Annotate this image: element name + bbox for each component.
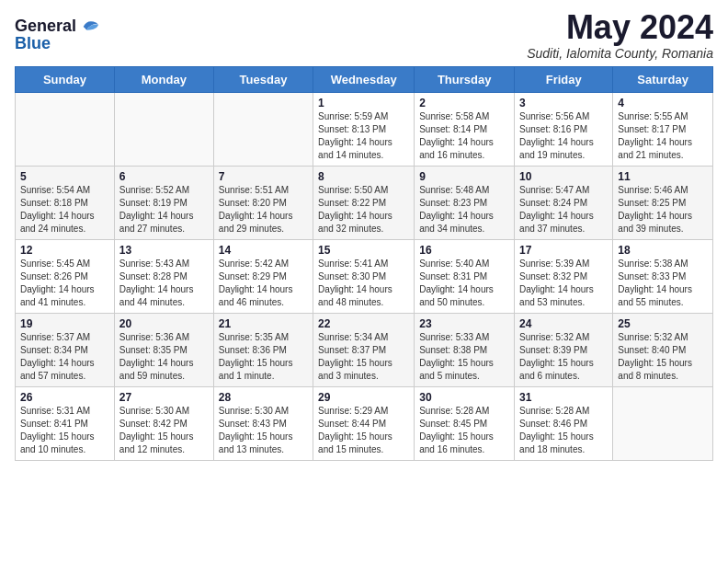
- day-info: Sunrise: 5:42 AMSunset: 8:29 PMDaylight:…: [219, 258, 308, 309]
- day-info: Sunrise: 5:46 AMSunset: 8:25 PMDaylight:…: [618, 184, 708, 236]
- calendar-week-row: 26Sunrise: 5:31 AMSunset: 8:41 PMDayligh…: [16, 386, 713, 460]
- calendar-cell: 31Sunrise: 5:28 AMSunset: 8:46 PMDayligh…: [515, 386, 613, 460]
- header-tuesday: Tuesday: [213, 66, 313, 92]
- day-number: 20: [119, 317, 209, 330]
- day-number: 6: [119, 170, 209, 183]
- day-info: Sunrise: 5:30 AMSunset: 8:43 PMDaylight:…: [219, 405, 308, 456]
- day-number: 9: [419, 170, 509, 183]
- calendar-table: Sunday Monday Tuesday Wednesday Thursday…: [15, 66, 713, 461]
- calendar-week-row: 19Sunrise: 5:37 AMSunset: 8:34 PMDayligh…: [16, 313, 713, 386]
- day-info: Sunrise: 5:28 AMSunset: 8:45 PMDaylight:…: [419, 405, 509, 456]
- day-info: Sunrise: 5:32 AMSunset: 8:39 PMDaylight:…: [519, 331, 608, 383]
- header-saturday: Saturday: [613, 66, 713, 92]
- day-number: 4: [618, 97, 708, 109]
- logo: General Blue: [15, 17, 100, 53]
- day-info: Sunrise: 5:50 AMSunset: 8:22 PMDaylight:…: [318, 184, 409, 236]
- day-info: Sunrise: 5:51 AMSunset: 8:20 PMDaylight:…: [219, 184, 308, 236]
- calendar-cell: 20Sunrise: 5:36 AMSunset: 8:35 PMDayligh…: [114, 313, 213, 386]
- calendar-cell: [213, 92, 313, 166]
- day-number: 25: [618, 317, 708, 330]
- calendar-cell: 8Sunrise: 5:50 AMSunset: 8:22 PMDaylight…: [313, 166, 415, 239]
- day-info: Sunrise: 5:54 AMSunset: 8:18 PMDaylight:…: [20, 184, 109, 236]
- day-info: Sunrise: 5:38 AMSunset: 8:33 PMDaylight:…: [618, 258, 708, 309]
- day-number: 2: [419, 97, 509, 109]
- calendar-week-row: 5Sunrise: 5:54 AMSunset: 8:18 PMDaylight…: [16, 166, 713, 239]
- title-block: May 2024 Suditi, Ialomita County, Romani…: [527, 9, 713, 61]
- page: General Blue May 2024 Suditi, Ialomita C…: [0, 0, 728, 563]
- logo-blue-text: Blue: [15, 35, 100, 53]
- day-number: 14: [219, 244, 308, 257]
- day-number: 7: [219, 170, 308, 183]
- day-number: 28: [219, 391, 308, 404]
- day-info: Sunrise: 5:33 AMSunset: 8:38 PMDaylight:…: [419, 331, 509, 383]
- day-info: Sunrise: 5:41 AMSunset: 8:30 PMDaylight:…: [318, 258, 409, 309]
- day-info: Sunrise: 5:29 AMSunset: 8:44 PMDaylight:…: [318, 405, 409, 456]
- calendar-cell: 3Sunrise: 5:56 AMSunset: 8:16 PMDaylight…: [515, 92, 613, 166]
- day-info: Sunrise: 5:52 AMSunset: 8:19 PMDaylight:…: [119, 184, 209, 236]
- day-number: 22: [318, 317, 409, 330]
- day-number: 3: [519, 97, 608, 109]
- calendar-cell: [16, 92, 115, 166]
- day-number: 13: [119, 244, 209, 257]
- calendar-cell: 26Sunrise: 5:31 AMSunset: 8:41 PMDayligh…: [16, 386, 115, 460]
- day-number: 18: [618, 244, 708, 257]
- calendar-week-row: 12Sunrise: 5:45 AMSunset: 8:26 PMDayligh…: [16, 239, 713, 313]
- day-number: 10: [519, 170, 608, 183]
- day-number: 15: [318, 244, 409, 257]
- day-number: 5: [20, 170, 109, 183]
- day-info: Sunrise: 5:47 AMSunset: 8:24 PMDaylight:…: [519, 184, 608, 236]
- day-number: 31: [519, 391, 608, 404]
- day-number: 21: [219, 317, 308, 330]
- day-info: Sunrise: 5:45 AMSunset: 8:26 PMDaylight:…: [20, 258, 109, 309]
- day-info: Sunrise: 5:40 AMSunset: 8:31 PMDaylight:…: [419, 258, 509, 309]
- calendar-cell: 19Sunrise: 5:37 AMSunset: 8:34 PMDayligh…: [16, 313, 115, 386]
- calendar-cell: 21Sunrise: 5:35 AMSunset: 8:36 PMDayligh…: [213, 313, 313, 386]
- day-number: 29: [318, 391, 409, 404]
- header: General Blue May 2024 Suditi, Ialomita C…: [15, 9, 713, 61]
- calendar-cell: 17Sunrise: 5:39 AMSunset: 8:32 PMDayligh…: [515, 239, 613, 313]
- day-info: Sunrise: 5:37 AMSunset: 8:34 PMDaylight:…: [20, 331, 109, 383]
- day-number: 23: [419, 317, 509, 330]
- day-info: Sunrise: 5:30 AMSunset: 8:42 PMDaylight:…: [119, 405, 209, 456]
- day-number: 11: [618, 170, 708, 183]
- calendar-cell: [613, 386, 713, 460]
- day-number: 12: [20, 244, 109, 257]
- day-number: 17: [519, 244, 608, 257]
- day-info: Sunrise: 5:34 AMSunset: 8:37 PMDaylight:…: [318, 331, 409, 383]
- calendar-cell: [114, 92, 213, 166]
- calendar-cell: 13Sunrise: 5:43 AMSunset: 8:28 PMDayligh…: [114, 239, 213, 313]
- day-info: Sunrise: 5:43 AMSunset: 8:28 PMDaylight:…: [119, 258, 209, 309]
- day-number: 1: [318, 97, 409, 109]
- calendar-cell: 22Sunrise: 5:34 AMSunset: 8:37 PMDayligh…: [313, 313, 415, 386]
- calendar-cell: 18Sunrise: 5:38 AMSunset: 8:33 PMDayligh…: [613, 239, 713, 313]
- calendar-cell: 29Sunrise: 5:29 AMSunset: 8:44 PMDayligh…: [313, 386, 415, 460]
- calendar-cell: 5Sunrise: 5:54 AMSunset: 8:18 PMDaylight…: [16, 166, 115, 239]
- calendar-cell: 28Sunrise: 5:30 AMSunset: 8:43 PMDayligh…: [213, 386, 313, 460]
- calendar-cell: 23Sunrise: 5:33 AMSunset: 8:38 PMDayligh…: [415, 313, 515, 386]
- calendar-cell: 2Sunrise: 5:58 AMSunset: 8:14 PMDaylight…: [415, 92, 515, 166]
- calendar-cell: 6Sunrise: 5:52 AMSunset: 8:19 PMDaylight…: [114, 166, 213, 239]
- calendar-cell: 11Sunrise: 5:46 AMSunset: 8:25 PMDayligh…: [613, 166, 713, 239]
- calendar-cell: 16Sunrise: 5:40 AMSunset: 8:31 PMDayligh…: [415, 239, 515, 313]
- header-sunday: Sunday: [16, 66, 115, 92]
- day-info: Sunrise: 5:28 AMSunset: 8:46 PMDaylight:…: [519, 405, 608, 456]
- calendar-cell: 14Sunrise: 5:42 AMSunset: 8:29 PMDayligh…: [213, 239, 313, 313]
- calendar-cell: 1Sunrise: 5:59 AMSunset: 8:13 PMDaylight…: [313, 92, 415, 166]
- logo-general-text: General: [15, 17, 76, 36]
- day-number: 27: [119, 391, 209, 404]
- calendar-cell: 4Sunrise: 5:55 AMSunset: 8:17 PMDaylight…: [613, 92, 713, 166]
- calendar-cell: 27Sunrise: 5:30 AMSunset: 8:42 PMDayligh…: [114, 386, 213, 460]
- day-info: Sunrise: 5:59 AMSunset: 8:13 PMDaylight:…: [318, 110, 409, 162]
- calendar-cell: 12Sunrise: 5:45 AMSunset: 8:26 PMDayligh…: [16, 239, 115, 313]
- day-info: Sunrise: 5:55 AMSunset: 8:17 PMDaylight:…: [618, 110, 708, 162]
- calendar-cell: 25Sunrise: 5:32 AMSunset: 8:40 PMDayligh…: [613, 313, 713, 386]
- day-info: Sunrise: 5:56 AMSunset: 8:16 PMDaylight:…: [519, 110, 608, 162]
- calendar-cell: 24Sunrise: 5:32 AMSunset: 8:39 PMDayligh…: [515, 313, 613, 386]
- header-monday: Monday: [114, 66, 213, 92]
- calendar-cell: 10Sunrise: 5:47 AMSunset: 8:24 PMDayligh…: [515, 166, 613, 239]
- calendar-cell: 15Sunrise: 5:41 AMSunset: 8:30 PMDayligh…: [313, 239, 415, 313]
- calendar-week-row: 1Sunrise: 5:59 AMSunset: 8:13 PMDaylight…: [16, 92, 713, 166]
- calendar-cell: 30Sunrise: 5:28 AMSunset: 8:45 PMDayligh…: [415, 386, 515, 460]
- day-info: Sunrise: 5:35 AMSunset: 8:36 PMDaylight:…: [219, 331, 308, 383]
- day-info: Sunrise: 5:36 AMSunset: 8:35 PMDaylight:…: [119, 331, 209, 383]
